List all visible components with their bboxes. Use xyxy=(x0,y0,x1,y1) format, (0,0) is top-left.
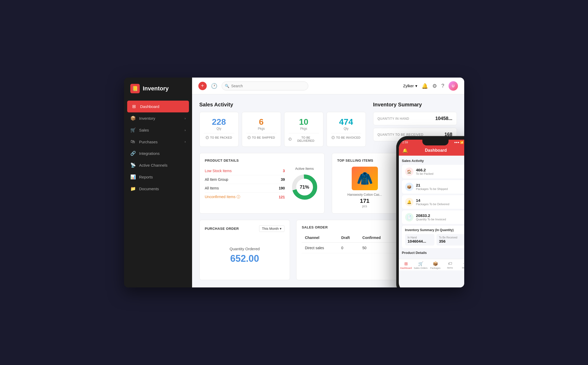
phone-in-hand-card[interactable]: In Hand 1046044... xyxy=(405,234,434,246)
phone-nav-items-icon: 🏷 xyxy=(448,261,452,266)
phone-activity-to-invoice[interactable]: 📄 20833.2 Quantity To be Invoiced › xyxy=(402,210,464,224)
quantity-ordered-label: Quantity Ordered xyxy=(229,247,260,251)
app-title: Inventory xyxy=(143,85,169,92)
search-input[interactable] xyxy=(222,81,308,90)
chevron-down-icon: ▾ xyxy=(415,84,417,88)
avatar[interactable]: U xyxy=(449,81,458,91)
phone-sales-activity-label: Sales Activity xyxy=(402,159,464,163)
phone-deliver-icon: 🔔 xyxy=(405,198,413,206)
phone-header-title: Dashboard xyxy=(425,148,447,153)
selling-item-1[interactable]: 🧥 Hanswooly Cotton Cas... 171 pcs xyxy=(337,167,392,208)
phone-in-hand-label: In Hand xyxy=(408,236,432,239)
unconfirmed-items[interactable]: Unconfirmed Items ⓘ 121 xyxy=(205,193,285,201)
bell-icon[interactable]: 🔔 xyxy=(422,83,428,89)
to-be-packed-number: 228 xyxy=(212,117,226,127)
sidebar-item-label: Documents xyxy=(139,187,159,191)
phone-nav-dashboard[interactable]: ⊞ Dashboard xyxy=(399,261,413,269)
donut-chart: 71% xyxy=(290,173,319,201)
product-details-inner: Low Stock Items 3 All Item Group 39 All … xyxy=(205,167,319,201)
dashboard-icon: ⊞ xyxy=(131,104,137,109)
phone-time: 2:59 xyxy=(402,141,408,144)
product-details-section: PRODUCT DETAILS Low Stock Items 3 All It… xyxy=(199,153,324,214)
phone-nav-packages-icon: 📦 xyxy=(433,261,438,266)
phone-invoice-icon: 📄 xyxy=(405,213,413,221)
inventory-icon: 📦 xyxy=(130,116,136,121)
sidebar: 📒 Inventory ⊞ Dashboard 📦 Inventory › 🛒 … xyxy=(124,78,192,287)
sidebar-item-label: Purchases xyxy=(139,140,158,144)
phone-nav-items[interactable]: 🏷 Items xyxy=(443,261,457,269)
product-name-1: Hanswooly Cotton Cas... xyxy=(347,193,382,197)
sidebar-item-active-channels[interactable]: 📡 Active Channels xyxy=(124,159,192,171)
sidebar-item-label: Reports xyxy=(139,175,153,179)
to-be-shipped-number: 6 xyxy=(259,117,264,127)
sales-icon: 🛒 xyxy=(130,127,136,133)
low-stock-label: Low Stock Items xyxy=(205,169,232,173)
product-unit-1: pcs xyxy=(362,204,367,208)
purchase-content: Quantity Ordered 652.00 xyxy=(205,236,285,275)
sidebar-item-inventory[interactable]: 📦 Inventory › xyxy=(124,112,192,124)
to-be-delivered-card[interactable]: 10 Pkgs ✓ TO BE DELIVERED xyxy=(284,112,323,146)
top-selling-title: TOP SELLING ITEMS xyxy=(337,159,373,162)
phone-nav-sales-icon: 🛒 xyxy=(418,261,423,266)
sidebar-item-documents[interactable]: 📁 Documents xyxy=(124,183,192,195)
phone-to-be-received-card[interactable]: To Be Received 356 xyxy=(436,234,464,246)
phone-status-bar: 2:59 ●●● 📶 🔋 xyxy=(402,141,464,144)
to-be-invoiced-number: 474 xyxy=(339,117,353,127)
to-be-shipped-card[interactable]: 6 Pkgs ✓ TO BE SHIPPED xyxy=(242,112,281,146)
product-list: Low Stock Items 3 All Item Group 39 All … xyxy=(205,167,285,201)
phone-nav-packages[interactable]: 📦 Packages xyxy=(428,261,443,269)
all-item-group-label: All Item Group xyxy=(205,177,228,182)
sidebar-item-dashboard[interactable]: ⊞ Dashboard xyxy=(127,101,189,112)
qty-in-hand-label: QUANTITY IN HAND xyxy=(378,117,409,121)
donut-percentage: 71% xyxy=(300,184,309,190)
sidebar-item-label: Active Channels xyxy=(139,163,167,167)
low-stock-item[interactable]: Low Stock Items 3 xyxy=(205,167,285,175)
search-container: 🔍 xyxy=(222,81,308,90)
to-be-shipped-label: ✓ TO BE SHIPPED xyxy=(248,136,275,139)
add-button[interactable]: + xyxy=(198,82,207,90)
to-be-packed-card[interactable]: 228 Qty ✓ TO BE PACKED xyxy=(199,112,239,146)
to-be-packed-unit: Qty xyxy=(216,127,221,130)
to-be-invoiced-unit: Qty xyxy=(344,127,349,130)
unconfirmed-items-value: 121 xyxy=(279,195,285,199)
chevron-right-icon: › xyxy=(185,117,186,120)
col-draft: Draft xyxy=(338,233,359,243)
phone-nav-sales-orders[interactable]: 🛒 Sales Orders xyxy=(413,261,428,269)
to-be-invoiced-card[interactable]: 474 Qty ✓ TO BE INVOICED xyxy=(327,112,366,146)
header: + 🕐 🔍 Zylker ▾ 🔔 ⚙ ? U xyxy=(192,78,464,94)
chevron-down-icon: ▾ xyxy=(280,227,282,231)
sales-activity-section: Sales Activity 228 Qty ✓ TO BE PACKED xyxy=(199,102,366,146)
help-icon[interactable]: ? xyxy=(441,83,444,89)
gear-icon[interactable]: ⚙ xyxy=(432,83,437,89)
chevron-right-icon: › xyxy=(185,128,186,132)
sidebar-item-reports[interactable]: 📊 Reports xyxy=(124,171,192,183)
search-icon: 🔍 xyxy=(225,84,229,88)
sidebar-item-sales[interactable]: 🛒 Sales › xyxy=(124,124,192,136)
company-selector[interactable]: Zylker ▾ xyxy=(403,84,418,88)
product-details-title: PRODUCT DETAILS xyxy=(205,159,239,162)
sidebar-item-integrations[interactable]: 🔗 Integrations xyxy=(124,148,192,159)
phone-activity-to-deliver[interactable]: 🔔 14 Packages To be Delivered › xyxy=(402,195,464,209)
phone-nav-more[interactable]: ··· More xyxy=(457,261,464,269)
qty-in-hand-value: 10458... xyxy=(435,116,452,121)
phone-nav-dashboard-label: Dashboard xyxy=(400,267,412,269)
phone-to-be-received-value: 356 xyxy=(439,239,463,243)
phone-activity-to-pack[interactable]: 🏠 466.2 To be Packed › xyxy=(402,165,464,178)
all-items[interactable]: All Items 190 xyxy=(205,184,285,193)
inventory-summary-title: Inventory Summary xyxy=(373,102,457,108)
sidebar-nav: ⊞ Dashboard 📦 Inventory › 🛒 Sales › 🛍 Pu… xyxy=(124,99,192,287)
phone-pack-label: To be Packed xyxy=(416,172,462,175)
phone-screen: 🔔 Dashboard ⋮ Sales Activity 🏠 466.2 To … xyxy=(399,140,464,287)
donut-container: Active Items 71% xyxy=(290,167,319,201)
sidebar-item-purchases[interactable]: 🛍 Purchases › xyxy=(124,136,192,148)
phone-activity-info: 20833.2 Quantity To be Invoiced xyxy=(416,213,462,221)
draft-value: 0 xyxy=(338,242,359,253)
phone-signal: ●●● 📶 🔋 xyxy=(454,141,464,144)
history-icon[interactable]: 🕐 xyxy=(211,83,217,89)
qty-in-hand-card[interactable]: QUANTITY IN HAND 10458... xyxy=(373,112,457,125)
integrations-icon: 🔗 xyxy=(130,151,136,156)
to-be-packed-label: ✓ TO BE PACKED xyxy=(206,136,232,139)
all-item-group[interactable]: All Item Group 39 xyxy=(205,175,285,184)
phone-activity-to-ship[interactable]: 📦 21 Packages To be Shipped › xyxy=(402,180,464,194)
month-selector[interactable]: This Month ▾ xyxy=(259,225,284,232)
